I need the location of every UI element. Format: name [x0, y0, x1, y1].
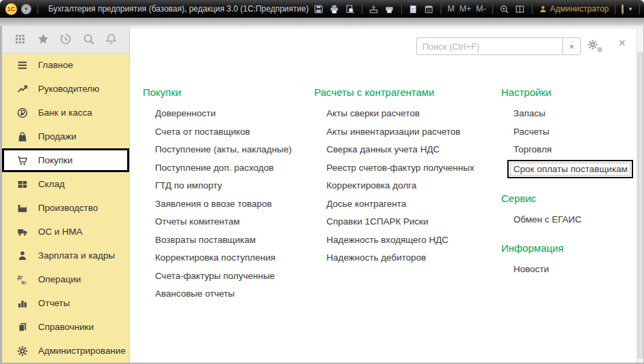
- sidebar-item-rukovoditelyu[interactable]: Руководителю: [2, 77, 129, 101]
- sidebar-item-operatsii[interactable]: Операции: [2, 267, 129, 291]
- highlighted-command-wrap: Срок оплаты поставщикам: [501, 159, 643, 179]
- panel-column: НастройкиЗапасыРасчетыТорговляСрок оплат…: [501, 86, 643, 279]
- section-header: Настройки: [501, 86, 643, 99]
- proizvodstvo-icon: [16, 202, 29, 214]
- command-link[interactable]: Справки 1СПАРК Риски: [314, 213, 488, 231]
- command-link[interactable]: Запасы: [501, 105, 643, 123]
- current-user-label: Администратор: [550, 4, 609, 14]
- info-button[interactable]: i: [622, 4, 624, 14]
- section-header: Расчеты с контрагентами: [314, 86, 488, 99]
- scrollbar-thumb[interactable]: [638, 52, 643, 359]
- print-icon[interactable]: [328, 3, 341, 15]
- command-link[interactable]: Авансовые отчеты: [143, 285, 316, 303]
- user-icon: [539, 5, 547, 14]
- command-link[interactable]: ГТД по импорту: [143, 177, 316, 195]
- settings-gears-button[interactable]: [587, 39, 605, 55]
- vertical-scrollbar[interactable]: [637, 28, 643, 363]
- info-dropdown-arrow-icon[interactable]: ▼: [628, 6, 633, 12]
- sidebar-item-label: Производство: [38, 203, 98, 213]
- command-link[interactable]: Новости: [501, 261, 643, 279]
- main-area: ГлавноеРуководителюБанк и кассаПродажиПо…: [0, 26, 644, 364]
- separator: [441, 4, 441, 14]
- print-preview-icon[interactable]: [344, 3, 356, 15]
- save-icon[interactable]: [313, 3, 325, 15]
- app-window: 1С ▼ Бухгалтерия предприятия (базовая), …: [0, 0, 644, 364]
- sidebar-item-label: Банк и касса: [38, 107, 92, 118]
- command-link[interactable]: Торговля: [501, 141, 643, 159]
- glavnoe-icon: [16, 59, 29, 71]
- command-link[interactable]: Корректировка поступления: [143, 249, 316, 267]
- sidebar-item-pokupki[interactable]: Покупки: [2, 148, 129, 172]
- zoom-icon[interactable]: [498, 3, 511, 15]
- otchety-icon: [16, 297, 29, 310]
- command-link[interactable]: Доверенности: [143, 105, 316, 123]
- content-panel: × × ПокупкиДоверенностиСчета от поставщи…: [129, 26, 643, 363]
- command-link[interactable]: Срок оплаты поставщикам: [507, 160, 633, 178]
- memory-add-button[interactable]: M+: [458, 4, 472, 14]
- command-link[interactable]: Отчеты комитентам: [143, 213, 316, 231]
- sidebar-item-spravochniki[interactable]: Справочники: [2, 315, 129, 339]
- apps-grid-icon[interactable]: [14, 33, 27, 46]
- command-link[interactable]: Акты инвентаризации расчетов: [314, 123, 488, 142]
- command-link[interactable]: Счета-фактуры полученные: [143, 267, 316, 286]
- sidebar-item-sklad[interactable]: Склад: [2, 172, 129, 196]
- command-link[interactable]: Поступление (акты, накладные): [143, 141, 316, 159]
- sidebar-item-label: Руководителю: [38, 84, 99, 94]
- operatsii-icon: [16, 274, 29, 286]
- zarplata-i-kadry-icon: [16, 250, 29, 262]
- sidebar-item-label: Администрирование: [38, 346, 126, 356]
- sidebar-item-zarplata-i-kadry[interactable]: Зарплата и кадры: [2, 244, 129, 267]
- section-header: Информация: [501, 242, 643, 254]
- panel-column: Расчеты с контрагентамиАкты сверки расче…: [314, 86, 488, 267]
- sidebar-item-otchety[interactable]: Отчеты: [2, 291, 129, 315]
- sidebar-item-glavnoe[interactable]: Главное: [2, 53, 129, 77]
- tab-divider: [349, 26, 350, 28]
- command-link[interactable]: Надежность входящего НДС: [314, 231, 488, 250]
- current-user-button[interactable]: Администратор: [539, 4, 609, 14]
- tab-divider: [248, 26, 248, 28]
- system-menu-button[interactable]: ▼: [21, 4, 31, 14]
- print-documents-icon[interactable]: [384, 3, 396, 15]
- os-i-nma-icon: [16, 226, 29, 238]
- command-link[interactable]: Реестр счетов-фактур полученных: [314, 159, 488, 178]
- search-clear-button[interactable]: ×: [562, 38, 580, 54]
- command-link[interactable]: Возвраты поставщикам: [143, 231, 316, 250]
- sidebar-item-label: Зарплата и кадры: [38, 250, 115, 261]
- sidebar-item-label: Операции: [38, 274, 81, 284]
- search-input[interactable]: [417, 38, 562, 54]
- left-panel: ГлавноеРуководителюБанк и кассаПродажиПо…: [2, 26, 129, 363]
- sidebar-item-prodazhi[interactable]: Продажи: [2, 125, 129, 148]
- titlebar: 1С ▼ Бухгалтерия предприятия (базовая), …: [0, 0, 644, 18]
- command-link[interactable]: Досье контрагента: [314, 195, 488, 214]
- data-import-icon[interactable]: [368, 3, 380, 15]
- history-icon[interactable]: [59, 33, 72, 46]
- sidebar-item-bank-i-kassa[interactable]: Банк и касса: [2, 101, 129, 125]
- command-link[interactable]: Поступление доп. расходов: [143, 159, 316, 178]
- command-link[interactable]: Сверка данных учета НДС: [314, 141, 488, 159]
- calendar-icon[interactable]: [423, 3, 435, 15]
- command-link[interactable]: Расчеты: [501, 123, 643, 142]
- command-link[interactable]: Акты сверки расчетов: [314, 105, 488, 123]
- sidebar-item-administrirovanie[interactable]: Администрирование: [2, 339, 129, 363]
- sidebar-item-proizvodstvo[interactable]: Производство: [2, 196, 129, 220]
- calculator-icon[interactable]: [407, 3, 420, 15]
- command-link[interactable]: Обмен с ЕГАИС: [501, 211, 643, 229]
- command-link[interactable]: Надежность дебиторов: [314, 249, 488, 267]
- command-link[interactable]: Счета от поставщиков: [143, 123, 316, 142]
- sidebar-item-os-i-nma[interactable]: ОС и НМА: [2, 220, 129, 244]
- prodazhi-icon: [16, 131, 29, 143]
- favorites-star-icon[interactable]: [37, 33, 50, 46]
- memory-subtract-button[interactable]: M-: [475, 4, 487, 14]
- bank-i-kassa-icon: [16, 107, 29, 119]
- sidebar-item-label: Справочники: [38, 322, 94, 332]
- memory-recall-button[interactable]: M: [447, 4, 455, 14]
- command-link[interactable]: Корректировка долга: [314, 177, 488, 195]
- separator: [532, 4, 532, 14]
- split-window-icon[interactable]: [514, 3, 526, 15]
- search-icon[interactable]: [82, 33, 95, 46]
- notifications-bell-icon[interactable]: [105, 33, 118, 46]
- tab-strip: [130, 26, 643, 29]
- panel-close-button[interactable]: ×: [618, 37, 626, 49]
- quick-nav-strip: [2, 26, 129, 53]
- command-link[interactable]: Заявления о ввозе товаров: [143, 195, 316, 214]
